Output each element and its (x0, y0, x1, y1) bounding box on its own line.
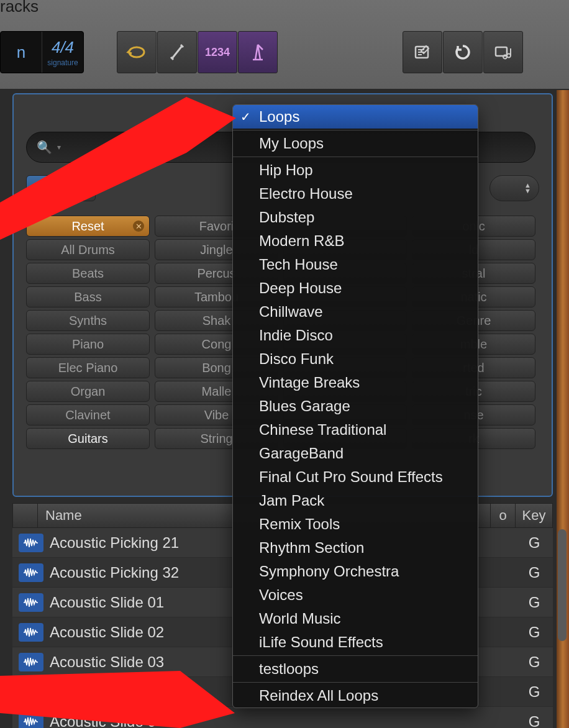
menu-item-electro-house[interactable]: Electro House (233, 182, 478, 206)
tag-bass[interactable]: Bass (26, 286, 150, 307)
column-key[interactable]: Key (515, 504, 552, 527)
svg-rect-5 (45, 189, 49, 194)
lcd-display[interactable]: n 4/4 signature (0, 31, 84, 73)
loop-key: G (516, 683, 553, 701)
menu-item-hip-hop[interactable]: Hip Hop (233, 158, 478, 182)
loop-browser-button[interactable] (443, 31, 483, 73)
lcd-left: n (17, 43, 25, 62)
metronome-button[interactable] (238, 31, 278, 73)
loop-collection-menu: LoopsMy LoopsHip HopElectro HouseDubstep… (232, 104, 478, 708)
close-icon[interactable]: ✕ (133, 221, 144, 232)
menu-item-symphony-orchestra[interactable]: Symphony Orchestra (233, 560, 478, 583)
menu-item-voices[interactable]: Voices (233, 583, 478, 607)
menu-item-vintage-breaks[interactable]: Vintage Breaks (233, 371, 478, 394)
column-view-button[interactable] (61, 175, 96, 201)
count-in-label: 1234 (205, 46, 230, 59)
cycle-button[interactable] (117, 31, 157, 73)
waveform-icon (19, 563, 43, 582)
scrollbar-thumb[interactable] (558, 529, 567, 641)
tag-synths[interactable]: Synths (26, 310, 150, 331)
waveform-icon (19, 653, 43, 671)
loop-key: G (516, 624, 553, 641)
menu-item-blues-garage[interactable]: Blues Garage (233, 394, 478, 418)
loop-row[interactable]: Acoustic Slide 0G (12, 707, 553, 728)
menu-item-indie-disco[interactable]: Indie Disco (233, 324, 478, 347)
menu-item-rhythm-section[interactable]: Rhythm Section (233, 536, 478, 560)
count-in-button[interactable]: 1234 (198, 31, 237, 73)
tag-beats[interactable]: Beats (26, 263, 150, 284)
svg-rect-7 (78, 183, 81, 193)
tracks-label: racks (0, 0, 39, 16)
time-signature-label: signature (47, 58, 78, 67)
menu-item-reindex-all-loops[interactable]: Reindex All Loops (233, 684, 478, 708)
tag-organ[interactable]: Organ (26, 381, 150, 402)
scale-selector[interactable]: ▲▼ (489, 175, 539, 201)
menu-item-my-loops[interactable]: My Loops (233, 132, 478, 155)
waveform-icon (19, 534, 43, 552)
svg-rect-6 (73, 183, 76, 193)
loop-key: G (516, 594, 553, 611)
menu-item-loops[interactable]: Loops (233, 105, 478, 129)
menu-item-ilife-sound-effects[interactable]: iLife Sound Effects (233, 630, 478, 654)
chevron-down-icon[interactable]: ▾ (57, 143, 61, 152)
media-browser-button[interactable] (483, 31, 523, 73)
view-mode-segment (26, 175, 96, 201)
menu-item-world-music[interactable]: World Music (233, 607, 478, 630)
svg-rect-2 (38, 183, 42, 187)
waveform-icon (19, 593, 43, 612)
waveform-icon (19, 712, 43, 729)
svg-rect-4 (38, 189, 42, 194)
menu-item-deep-house[interactable]: Deep House (233, 276, 478, 300)
tag-elec-piano[interactable]: Elec Piano (26, 357, 150, 378)
loop-name: Acoustic Slide 0 (50, 713, 491, 729)
loop-key: G (516, 564, 553, 581)
app-toolbar: racks n 4/4 signature 1234 (0, 0, 569, 90)
tuner-button[interactable] (157, 31, 197, 73)
notepad-button[interactable] (403, 31, 442, 73)
tag-clavinet[interactable]: Clavinet (26, 404, 150, 425)
menu-item-testloops[interactable]: testloops (233, 657, 478, 681)
tag-piano[interactable]: Piano (26, 334, 150, 355)
menu-item-chinese-traditional[interactable]: Chinese Traditional (233, 418, 478, 442)
menu-item-remix-tools[interactable]: Remix Tools (233, 512, 478, 536)
menu-item-jam-pack[interactable]: Jam Pack (233, 489, 478, 512)
menu-item-final-cut-pro-sound-effects[interactable]: Final Cut Pro Sound Effects (233, 465, 478, 489)
column-extra[interactable]: o (490, 504, 515, 527)
waveform-icon (19, 623, 43, 642)
tag-reset[interactable]: Reset✕ (26, 216, 150, 237)
loop-key: G (516, 534, 553, 552)
svg-rect-3 (45, 183, 49, 187)
menu-item-modern-r&b[interactable]: Modern R&B (233, 229, 478, 253)
time-signature-value[interactable]: 4/4 (52, 38, 74, 57)
svg-rect-8 (82, 183, 84, 193)
tag-all-drums[interactable]: All Drums (26, 239, 150, 260)
menu-item-dubstep[interactable]: Dubstep (233, 206, 478, 229)
menu-item-chillwave[interactable]: Chillwave (233, 300, 478, 324)
tag-guitars[interactable]: Guitars (26, 428, 150, 449)
search-icon: 🔍 (37, 140, 52, 155)
stepper-icon: ▲▼ (524, 183, 531, 194)
menu-item-disco-funk[interactable]: Disco Funk (233, 347, 478, 371)
grid-view-button[interactable] (26, 175, 61, 201)
loop-key: G (516, 653, 553, 671)
menu-item-tech-house[interactable]: Tech House (233, 253, 478, 276)
waveform-icon (19, 683, 43, 701)
menu-item-garageband[interactable]: GarageBand (233, 442, 478, 465)
loop-key: G (516, 713, 553, 729)
